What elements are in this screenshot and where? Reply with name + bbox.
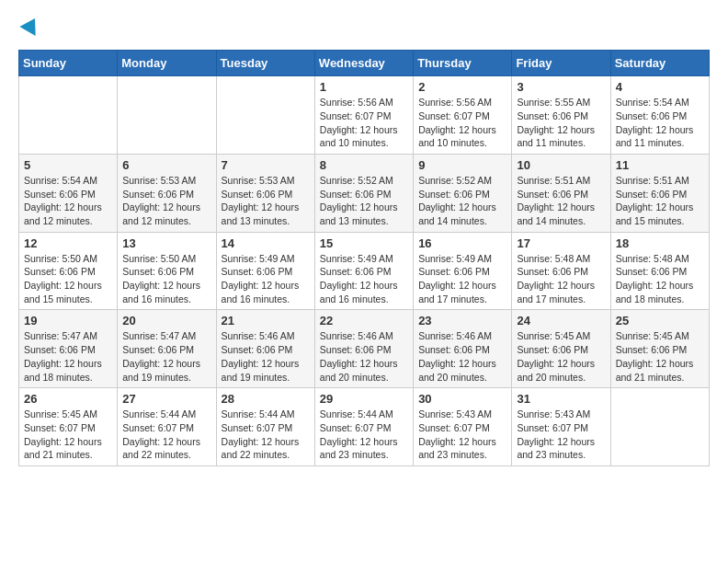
day-info: Sunrise: 5:52 AM Sunset: 6:06 PM Dayligh…	[320, 174, 408, 228]
calendar-cell: 13Sunrise: 5:50 AM Sunset: 6:06 PM Dayli…	[118, 232, 216, 310]
calendar-cell: 4Sunrise: 5:54 AM Sunset: 6:06 PM Daylig…	[610, 76, 709, 155]
day-info: Sunrise: 5:54 AM Sunset: 6:06 PM Dayligh…	[616, 96, 704, 150]
day-info: Sunrise: 5:56 AM Sunset: 6:07 PM Dayligh…	[418, 96, 506, 150]
calendar-cell: 12Sunrise: 5:50 AM Sunset: 6:06 PM Dayli…	[19, 232, 118, 310]
day-info: Sunrise: 5:50 AM Sunset: 6:06 PM Dayligh…	[24, 252, 112, 306]
day-info: Sunrise: 5:53 AM Sunset: 6:06 PM Dayligh…	[122, 174, 210, 228]
page-header	[18, 18, 710, 40]
day-info: Sunrise: 5:45 AM Sunset: 6:06 PM Dayligh…	[616, 329, 704, 384]
calendar-cell: 11Sunrise: 5:51 AM Sunset: 6:06 PM Dayli…	[610, 154, 709, 232]
calendar-table: SundayMondayTuesdayWednesdayThursdayFrid…	[18, 50, 710, 466]
day-info: Sunrise: 5:53 AM Sunset: 6:06 PM Dayligh…	[222, 174, 310, 228]
calendar-cell: 10Sunrise: 5:51 AM Sunset: 6:06 PM Dayli…	[512, 154, 610, 232]
calendar-cell: 15Sunrise: 5:49 AM Sunset: 6:06 PM Dayli…	[314, 232, 413, 310]
calendar-cell: 27Sunrise: 5:44 AM Sunset: 6:07 PM Dayli…	[118, 388, 216, 466]
calendar-week-row: 5Sunrise: 5:54 AM Sunset: 6:06 PM Daylig…	[19, 154, 710, 232]
calendar-week-row: 1Sunrise: 5:56 AM Sunset: 6:07 PM Daylig…	[19, 76, 710, 155]
day-info: Sunrise: 5:43 AM Sunset: 6:07 PM Dayligh…	[517, 408, 605, 462]
day-info: Sunrise: 5:46 AM Sunset: 6:06 PM Dayligh…	[418, 329, 506, 384]
weekday-header: Sunday	[19, 51, 118, 76]
day-info: Sunrise: 5:51 AM Sunset: 6:06 PM Dayligh…	[616, 174, 704, 228]
calendar-week-row: 12Sunrise: 5:50 AM Sunset: 6:06 PM Dayli…	[19, 232, 710, 310]
calendar-cell: 28Sunrise: 5:44 AM Sunset: 6:07 PM Dayli…	[216, 388, 314, 466]
day-info: Sunrise: 5:45 AM Sunset: 6:06 PM Dayligh…	[517, 329, 605, 384]
calendar-cell	[118, 76, 216, 155]
day-number: 5	[24, 158, 112, 172]
calendar-cell: 21Sunrise: 5:46 AM Sunset: 6:06 PM Dayli…	[216, 310, 314, 388]
day-number: 16	[418, 236, 506, 250]
calendar-week-row: 26Sunrise: 5:45 AM Sunset: 6:07 PM Dayli…	[19, 388, 710, 466]
day-number: 20	[122, 314, 210, 327]
logo-icon	[19, 14, 42, 36]
day-number: 11	[616, 158, 704, 172]
day-info: Sunrise: 5:50 AM Sunset: 6:06 PM Dayligh…	[122, 252, 210, 306]
day-info: Sunrise: 5:43 AM Sunset: 6:07 PM Dayligh…	[418, 408, 506, 462]
day-info: Sunrise: 5:56 AM Sunset: 6:07 PM Dayligh…	[320, 96, 408, 150]
calendar-cell: 6Sunrise: 5:53 AM Sunset: 6:06 PM Daylig…	[118, 154, 216, 232]
day-number: 28	[222, 392, 310, 406]
day-number: 25	[616, 314, 704, 327]
day-info: Sunrise: 5:44 AM Sunset: 6:07 PM Dayligh…	[320, 408, 408, 462]
day-number: 4	[616, 80, 704, 94]
day-info: Sunrise: 5:49 AM Sunset: 6:06 PM Dayligh…	[222, 252, 310, 306]
day-info: Sunrise: 5:48 AM Sunset: 6:06 PM Dayligh…	[616, 252, 704, 306]
day-number: 27	[122, 392, 210, 406]
day-number: 12	[24, 236, 112, 250]
day-number: 23	[418, 314, 506, 327]
calendar-cell: 1Sunrise: 5:56 AM Sunset: 6:07 PM Daylig…	[314, 76, 413, 155]
calendar-cell	[216, 76, 314, 155]
day-info: Sunrise: 5:47 AM Sunset: 6:06 PM Dayligh…	[122, 329, 210, 384]
weekday-header: Tuesday	[216, 51, 314, 76]
day-number: 21	[222, 314, 310, 327]
day-info: Sunrise: 5:49 AM Sunset: 6:06 PM Dayligh…	[418, 252, 506, 306]
weekday-header: Monday	[118, 51, 216, 76]
day-number: 9	[418, 158, 506, 172]
calendar-cell: 18Sunrise: 5:48 AM Sunset: 6:06 PM Dayli…	[610, 232, 709, 310]
day-number: 24	[517, 314, 605, 327]
calendar-cell: 22Sunrise: 5:46 AM Sunset: 6:06 PM Dayli…	[314, 310, 413, 388]
day-number: 18	[616, 236, 704, 250]
weekday-header: Thursday	[414, 51, 512, 76]
calendar-cell: 9Sunrise: 5:52 AM Sunset: 6:06 PM Daylig…	[414, 154, 512, 232]
day-number: 31	[517, 392, 605, 406]
day-number: 8	[320, 158, 408, 172]
day-number: 29	[320, 392, 408, 406]
calendar-cell: 16Sunrise: 5:49 AM Sunset: 6:06 PM Dayli…	[414, 232, 512, 310]
day-number: 22	[320, 314, 408, 327]
day-info: Sunrise: 5:46 AM Sunset: 6:06 PM Dayligh…	[320, 329, 408, 384]
day-info: Sunrise: 5:44 AM Sunset: 6:07 PM Dayligh…	[222, 408, 310, 462]
day-info: Sunrise: 5:48 AM Sunset: 6:06 PM Dayligh…	[517, 252, 605, 306]
day-number: 7	[222, 158, 310, 172]
calendar-cell: 2Sunrise: 5:56 AM Sunset: 6:07 PM Daylig…	[414, 76, 512, 155]
day-number: 30	[418, 392, 506, 406]
calendar-cell: 23Sunrise: 5:46 AM Sunset: 6:06 PM Dayli…	[414, 310, 512, 388]
day-info: Sunrise: 5:51 AM Sunset: 6:06 PM Dayligh…	[517, 174, 605, 228]
calendar-cell: 31Sunrise: 5:43 AM Sunset: 6:07 PM Dayli…	[512, 388, 610, 466]
day-info: Sunrise: 5:54 AM Sunset: 6:06 PM Dayligh…	[24, 174, 112, 228]
calendar-cell: 25Sunrise: 5:45 AM Sunset: 6:06 PM Dayli…	[610, 310, 709, 388]
calendar-cell: 20Sunrise: 5:47 AM Sunset: 6:06 PM Dayli…	[118, 310, 216, 388]
day-info: Sunrise: 5:45 AM Sunset: 6:07 PM Dayligh…	[24, 408, 112, 462]
weekday-header: Friday	[512, 51, 610, 76]
calendar-cell: 3Sunrise: 5:55 AM Sunset: 6:06 PM Daylig…	[512, 76, 610, 155]
day-number: 19	[24, 314, 112, 327]
day-number: 15	[320, 236, 408, 250]
logo	[18, 18, 40, 40]
day-number: 17	[517, 236, 605, 250]
day-number: 1	[320, 80, 408, 94]
calendar-cell: 17Sunrise: 5:48 AM Sunset: 6:06 PM Dayli…	[512, 232, 610, 310]
calendar-cell	[19, 76, 118, 155]
day-number: 26	[24, 392, 112, 406]
day-info: Sunrise: 5:55 AM Sunset: 6:06 PM Dayligh…	[517, 96, 605, 150]
calendar-cell: 29Sunrise: 5:44 AM Sunset: 6:07 PM Dayli…	[314, 388, 413, 466]
calendar-cell: 24Sunrise: 5:45 AM Sunset: 6:06 PM Dayli…	[512, 310, 610, 388]
day-info: Sunrise: 5:46 AM Sunset: 6:06 PM Dayligh…	[222, 329, 310, 384]
day-number: 2	[418, 80, 506, 94]
day-number: 10	[517, 158, 605, 172]
calendar-week-row: 19Sunrise: 5:47 AM Sunset: 6:06 PM Dayli…	[19, 310, 710, 388]
day-info: Sunrise: 5:47 AM Sunset: 6:06 PM Dayligh…	[24, 329, 112, 384]
day-number: 13	[122, 236, 210, 250]
day-info: Sunrise: 5:52 AM Sunset: 6:06 PM Dayligh…	[418, 174, 506, 228]
calendar-cell: 30Sunrise: 5:43 AM Sunset: 6:07 PM Dayli…	[414, 388, 512, 466]
weekday-header-row: SundayMondayTuesdayWednesdayThursdayFrid…	[19, 51, 710, 76]
